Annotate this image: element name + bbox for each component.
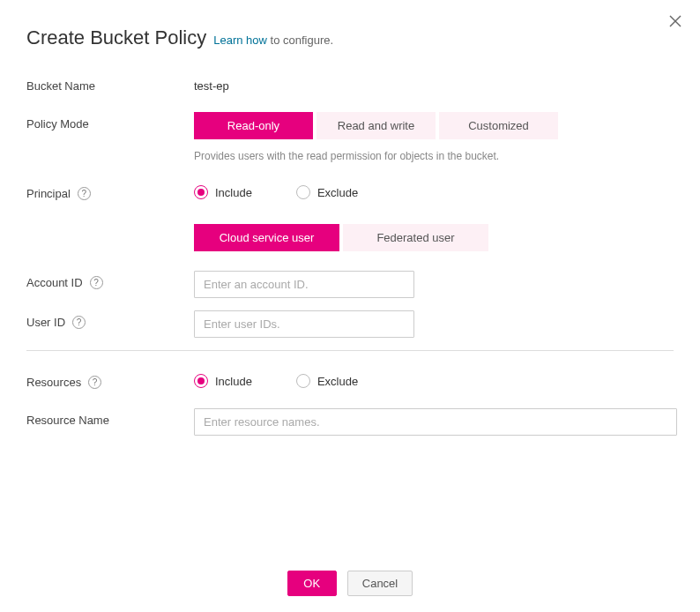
account-id-input[interactable]: [194, 271, 414, 298]
cancel-button[interactable]: Cancel: [347, 571, 413, 596]
resource-name-input[interactable]: [194, 408, 677, 436]
learn-how-link[interactable]: Learn how: [213, 34, 267, 47]
resources-include-radio[interactable]: Include: [194, 374, 252, 388]
principal-include-label: Include: [215, 186, 252, 199]
help-icon[interactable]: ?: [90, 276, 103, 289]
learn-suffix: to configure.: [267, 34, 333, 47]
user-id-label: User ID: [26, 316, 65, 329]
help-icon[interactable]: ?: [78, 187, 91, 200]
policy-mode-read-only[interactable]: Read-only: [194, 112, 313, 139]
ok-button[interactable]: OK: [287, 571, 337, 596]
user-id-input[interactable]: [194, 310, 414, 338]
divider: [26, 350, 674, 351]
help-icon[interactable]: ?: [72, 316, 86, 329]
bucket-name-label: Bucket Name: [26, 74, 194, 93]
help-icon[interactable]: ?: [88, 376, 101, 389]
radio-selected-icon: [194, 185, 208, 199]
radio-selected-icon: [194, 374, 208, 388]
dialog-footer: OK Cancel: [0, 571, 700, 596]
principal-label: Principal: [26, 187, 71, 200]
resources-label: Resources: [26, 376, 81, 389]
account-id-label: Account ID: [26, 276, 83, 289]
policy-mode-helper: Provides users with the read permission …: [194, 150, 674, 162]
federated-user-tab[interactable]: Federated user: [343, 224, 488, 251]
resource-name-label: Resource Name: [26, 408, 194, 427]
policy-mode-label: Policy Mode: [26, 112, 194, 131]
radio-unselected-icon: [296, 185, 310, 199]
cloud-service-user-tab[interactable]: Cloud service user: [194, 224, 339, 251]
page-title: Create Bucket Policy: [26, 26, 206, 49]
resources-exclude-radio[interactable]: Exclude: [296, 374, 358, 388]
close-icon[interactable]: [666, 12, 684, 30]
policy-mode-group: Read-only Read and write Customized: [194, 112, 674, 139]
principal-user-type-group: Cloud service user Federated user: [194, 224, 674, 251]
principal-exclude-label: Exclude: [317, 186, 358, 199]
principal-exclude-radio[interactable]: Exclude: [296, 185, 358, 199]
policy-mode-customized[interactable]: Customized: [439, 112, 558, 139]
bucket-name-value: test-ep: [194, 74, 674, 93]
radio-unselected-icon: [296, 374, 310, 388]
resources-include-label: Include: [215, 375, 252, 388]
principal-include-radio[interactable]: Include: [194, 185, 252, 199]
resources-exclude-label: Exclude: [317, 375, 358, 388]
policy-mode-read-write[interactable]: Read and write: [316, 112, 436, 139]
